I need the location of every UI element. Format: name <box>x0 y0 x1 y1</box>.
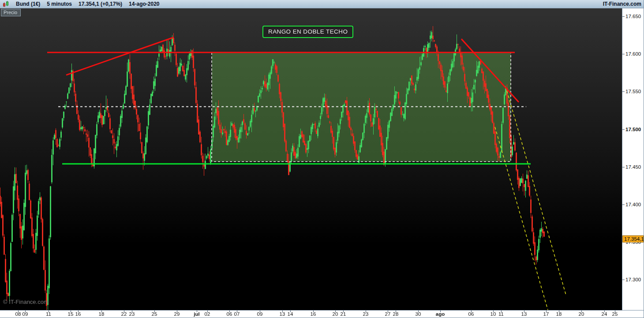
time-axis-label: 21 <box>341 311 346 317</box>
time-axis-label: 16 <box>311 311 316 317</box>
time-axis-label: 29 <box>174 311 180 317</box>
time-axis-label: 08 <box>15 311 21 317</box>
price-axis-label: 17.550 <box>625 89 641 94</box>
brand-link[interactable]: IT-Finance.com <box>603 1 641 7</box>
time-axis-label: 13 <box>280 311 285 317</box>
trading-platform-window: Bund (1€) 5 minutos 17.354,1 (+0,17%) 14… <box>0 0 644 318</box>
price-axis-label: 17.500 <box>625 127 641 132</box>
price-axis-tick <box>622 91 625 92</box>
uptrend-line[interactable] <box>66 38 173 75</box>
header-bar: Bund (1€) 5 minutos 17.354,1 (+0,17%) 14… <box>0 0 644 8</box>
price-axis-tick <box>622 16 625 17</box>
price-axis-label: 17.600 <box>625 51 641 57</box>
time-axis-label: 30 <box>416 311 421 317</box>
time-axis[interactable]: 08091115161822232529jul02060709131416202… <box>0 310 644 318</box>
time-axis-label: 02 <box>205 311 210 317</box>
price-axis-tick <box>622 129 625 130</box>
time-axis-label: 15 <box>68 311 74 317</box>
price-axis-label: 17.650 <box>625 14 641 19</box>
time-axis-label: 18 <box>99 311 105 317</box>
annotation-box[interactable]: RANGO EN DOBLE TECHO <box>262 26 353 38</box>
date-label: 14-ago-2020 <box>129 1 159 7</box>
time-axis-label: jul <box>194 311 199 317</box>
symbol-name: Bund (1€) <box>16 1 40 7</box>
time-axis-label: 14 <box>288 311 293 317</box>
time-axis-label: 09 <box>22 311 28 317</box>
tab-precio[interactable]: Precio <box>1 9 21 16</box>
candlestick-icon <box>3 1 9 8</box>
time-axis-label: 10 <box>490 311 496 317</box>
price-change: (+0,17%) <box>101 1 122 7</box>
price-axis-tick <box>622 280 625 280</box>
time-axis-label: 06 <box>227 311 232 317</box>
price-axis-tick <box>622 204 625 205</box>
time-axis-label: 20 <box>579 311 584 317</box>
time-axis-label: 22 <box>121 311 127 317</box>
timeframe-label: 5 minutos <box>47 1 72 7</box>
price-axis-tick <box>622 167 625 167</box>
time-axis-label: 11 <box>498 311 504 317</box>
price-axis-label: 17.300 <box>625 277 641 282</box>
time-axis-label: ago <box>436 311 445 317</box>
time-axis-label: 27 <box>385 311 391 317</box>
time-axis-label: 18 <box>556 311 562 317</box>
price-axis[interactable]: 17.354,1 17.65017.60017.55017.50017.4501… <box>622 8 644 310</box>
price-axis-label: 17.450 <box>625 164 641 170</box>
last-price-and-change: 17.354,1 (+0,17%) <box>79 1 122 7</box>
time-axis-label: 16 <box>75 311 81 317</box>
time-axis-label: 25 <box>612 311 618 317</box>
time-axis-label: 17 <box>543 311 549 317</box>
last-price: 17.354,1 <box>79 1 99 7</box>
time-axis-label: 11 <box>46 311 51 317</box>
channel-left-line[interactable] <box>495 127 548 310</box>
time-axis-label: 23 <box>129 311 135 317</box>
time-axis-label: 09 <box>257 311 263 317</box>
last-price-tag: 17.354,1 <box>622 235 644 242</box>
time-axis-label: 06 <box>468 311 474 317</box>
time-axis-label: 23 <box>363 311 369 317</box>
downtrend-line[interactable] <box>461 39 519 102</box>
time-axis-label: 20 <box>333 311 338 317</box>
watermark: © IT-Finance.com <box>3 299 49 305</box>
channel-right-line[interactable] <box>507 91 566 295</box>
time-axis-label: 13 <box>521 311 527 317</box>
time-axis-label: 24 <box>602 311 607 317</box>
time-axis-label: 28 <box>393 311 399 317</box>
time-axis-label: 25 <box>152 311 157 317</box>
price-axis-tick <box>622 54 625 54</box>
annotations-layer <box>0 8 622 310</box>
time-axis-label: 07 <box>234 311 240 317</box>
chart-region: Precio RANGO EN DOBLE TECHO © IT-Finance… <box>0 8 622 310</box>
price-axis-label: 17.400 <box>625 202 641 207</box>
